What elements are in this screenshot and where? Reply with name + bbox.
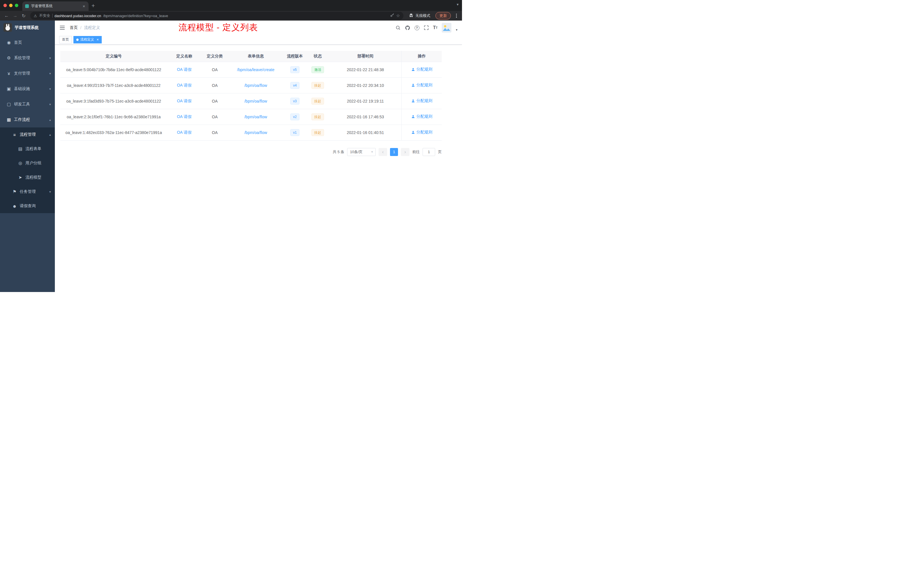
user-avatar[interactable] bbox=[442, 23, 451, 33]
definition-name-link[interactable]: OA 请假 bbox=[177, 83, 191, 87]
briefcase-icon: ▦ bbox=[6, 117, 12, 122]
page-size-select[interactable]: 10条/页 ▾ bbox=[347, 148, 376, 156]
definition-id: oa_leave:1:482ec033-762a-11ec-8477-a2380… bbox=[60, 125, 167, 140]
new-tab-button[interactable]: + bbox=[91, 2, 95, 10]
status-badge: 激活 bbox=[312, 66, 324, 73]
chevron-down-icon: ▾ bbox=[49, 56, 51, 60]
sidebar-item-process-model[interactable]: ➤ 流程模型 bbox=[0, 170, 55, 185]
sidebar-item-process-form[interactable]: ▤ 流程表单 bbox=[0, 142, 55, 156]
pagination-total: 共 5 条 bbox=[333, 149, 344, 155]
sidebar-item-user-group[interactable]: ◎ 用户分组 bbox=[0, 156, 55, 170]
avatar-caret-icon[interactable]: ▾ bbox=[456, 28, 457, 32]
font-size-icon[interactable]: TT bbox=[433, 25, 438, 30]
security-warning-icon[interactable]: ⚠ bbox=[34, 14, 37, 18]
toolbox-icon: ▢ bbox=[6, 102, 12, 107]
breadcrumb: 首页 / 流程定义 bbox=[70, 25, 100, 30]
zoom-window-button[interactable] bbox=[15, 4, 18, 7]
page-title: 流程模型 - 定义列表 bbox=[178, 22, 258, 33]
definition-id: oa_leave:5:004b710b-7b8a-11ec-8ef0-acde4… bbox=[60, 62, 167, 78]
browser-chrome: 芋道管理系统 × + ▾ ← → ↻ ⚠ 不安全 dashboard.yudao… bbox=[0, 0, 462, 21]
sidebar-item-task-management[interactable]: ⚑ 任务管理 ▾ bbox=[0, 185, 55, 199]
definition-id: oa_leave:4:991f2193-7b7f-11ec-a3c8-acde4… bbox=[60, 78, 167, 93]
form-info-link[interactable]: /bpm/oa/flow bbox=[244, 83, 267, 88]
sidebar-item-payment[interactable]: ¥ 支付管理 ▾ bbox=[0, 66, 55, 81]
pagination: 共 5 条 10条/页 ▾ ‹ 1 › 前往 页 bbox=[60, 148, 442, 156]
page-1-button[interactable]: 1 bbox=[390, 148, 398, 156]
deploy-time: 2022-01-22 19:19:11 bbox=[329, 93, 402, 109]
form-info-link[interactable]: /bpm/oa/leave/create bbox=[237, 68, 275, 72]
assign-rule-button[interactable]: 分配规则 bbox=[411, 82, 432, 88]
sidebar: 芋道管理系统 ◉ 首页 ⚙ 系统管理 ▾ ¥ 支付管理 ▾ ▣ 基础设施 ▾ ▢… bbox=[0, 21, 55, 292]
assign-rule-button[interactable]: 分配规则 bbox=[411, 114, 432, 119]
deploy-time: 2022-01-22 20:34:10 bbox=[329, 78, 402, 93]
security-label: 不安全 bbox=[39, 13, 50, 18]
sidebar-item-devtools[interactable]: ▢ 研发工具 ▾ bbox=[0, 97, 55, 112]
app-logo[interactable]: 芋道管理系统 bbox=[0, 21, 55, 35]
github-icon[interactable] bbox=[405, 25, 410, 31]
definition-name-link[interactable]: OA 请假 bbox=[177, 67, 191, 72]
minimize-window-button[interactable] bbox=[9, 4, 13, 7]
password-key-icon[interactable] bbox=[390, 13, 394, 18]
fullscreen-icon[interactable] bbox=[424, 25, 429, 30]
address-bar[interactable]: ⚠ 不安全 dashboard.yudao.iocoder.cn/bpm/man… bbox=[30, 12, 403, 20]
help-icon[interactable]: ? bbox=[414, 25, 419, 30]
search-icon[interactable] bbox=[396, 25, 401, 30]
window-controls bbox=[0, 0, 22, 11]
form-info-link[interactable]: /bpm/oa/flow bbox=[244, 130, 267, 135]
tag-process-definition[interactable]: 流程定义 × bbox=[73, 36, 102, 43]
chevron-down-icon: ▾ bbox=[49, 102, 51, 106]
users-icon: ◎ bbox=[17, 160, 23, 166]
definition-name-link[interactable]: OA 请假 bbox=[177, 114, 191, 119]
assign-rule-button[interactable]: 分配规则 bbox=[411, 67, 432, 72]
navbar-actions: ? TT ▾ bbox=[396, 23, 457, 33]
tab-close-icon[interactable]: × bbox=[82, 4, 86, 8]
home-icon: ◉ bbox=[6, 40, 12, 45]
version-badge: v3 bbox=[290, 98, 300, 105]
bookmark-star-icon[interactable]: ☆ bbox=[396, 13, 400, 18]
top-navbar: 首页 / 流程定义 流程模型 - 定义列表 ? bbox=[55, 21, 462, 35]
reload-button[interactable]: ↻ bbox=[20, 12, 27, 20]
version-badge: v2 bbox=[290, 114, 300, 120]
sidebar-item-workflow[interactable]: ▦ 工作流程 ▴ bbox=[0, 112, 55, 127]
assign-rule-button[interactable]: 分配规则 bbox=[411, 98, 432, 104]
tag-home[interactable]: 首页 bbox=[59, 36, 72, 43]
sidebar-item-home[interactable]: ◉ 首页 bbox=[0, 35, 55, 50]
url-path: /bpm/manager/definition?key=oa_leave bbox=[103, 14, 168, 18]
col-header-form-info: 表单信息 bbox=[228, 51, 284, 62]
definition-category: OA bbox=[201, 93, 228, 109]
sidebar-item-system[interactable]: ⚙ 系统管理 ▾ bbox=[0, 50, 55, 66]
breadcrumb-separator: / bbox=[80, 25, 81, 30]
back-button[interactable]: ← bbox=[3, 12, 10, 20]
sidebar-item-infrastructure[interactable]: ▣ 基础设施 ▾ bbox=[0, 81, 55, 97]
definition-id: oa_leave:3:1fad3d93-7b75-11ec-a3c8-acde4… bbox=[60, 93, 167, 109]
col-header-version: 流程版本 bbox=[284, 51, 306, 62]
goto-page-input[interactable] bbox=[422, 148, 435, 156]
next-page-button[interactable]: › bbox=[401, 148, 409, 156]
table-row: oa_leave:4:991f2193-7b7f-11ec-a3c8-acde4… bbox=[60, 78, 442, 93]
form-info-link[interactable]: /bpm/oa/flow bbox=[244, 99, 267, 104]
definition-name-link[interactable]: OA 请假 bbox=[177, 99, 191, 103]
definition-name-link[interactable]: OA 请假 bbox=[177, 130, 191, 135]
table-header-row: 定义编号 定义名称 定义分类 表单信息 流程版本 状态 部署时间 操作 bbox=[60, 51, 442, 62]
sidebar-item-process-management[interactable]: ≡ 流程管理 ▴ bbox=[0, 127, 55, 142]
menu-fold-icon[interactable] bbox=[59, 25, 65, 30]
breadcrumb-home[interactable]: 首页 bbox=[70, 25, 78, 30]
form-info-link[interactable]: /bpm/oa/flow bbox=[244, 115, 267, 119]
chevron-down-icon: ▾ bbox=[49, 190, 51, 194]
browser-menu-icon[interactable] bbox=[454, 13, 459, 19]
prev-page-button[interactable]: ‹ bbox=[379, 148, 387, 156]
user-icon: ☻ bbox=[12, 204, 18, 209]
forward-button[interactable]: → bbox=[12, 12, 19, 20]
incognito-label: 无痕模式 bbox=[416, 13, 430, 18]
assign-rule-button[interactable]: 分配规则 bbox=[411, 130, 432, 135]
yen-icon: ¥ bbox=[6, 71, 12, 76]
browser-tab[interactable]: 芋道管理系统 × bbox=[22, 2, 89, 11]
tab-search-chevron-icon[interactable]: ▾ bbox=[457, 2, 459, 7]
sidebar-item-leave-query[interactable]: ☻ 请假查询 bbox=[0, 199, 55, 213]
workflow-submenu: ≡ 流程管理 ▴ ▤ 流程表单 ◎ 用户分组 ➤ 流程模型 ⚑ 任务管理 ▾ bbox=[0, 127, 55, 213]
chevron-down-icon: ▾ bbox=[371, 150, 373, 154]
update-button[interactable]: 更新 bbox=[436, 12, 451, 20]
breadcrumb-current: 流程定义 bbox=[84, 25, 100, 30]
tag-close-icon[interactable]: × bbox=[97, 38, 99, 42]
close-window-button[interactable] bbox=[3, 4, 7, 7]
